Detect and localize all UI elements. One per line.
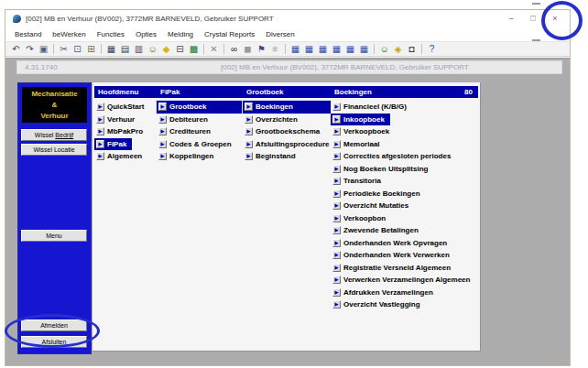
menu-item-overzichten[interactable]: ▶Overzichten [243, 114, 303, 126]
menu-bewerken[interactable]: beWerken [47, 28, 91, 41]
afsluiten-button[interactable]: Afsluiten [21, 336, 87, 348]
menu-item-label: Verwerken Verzamelingen Algemeen [343, 276, 470, 284]
record-first-icon[interactable]: ▦ [289, 42, 302, 56]
binoculars-icon[interactable]: ∞ [227, 42, 241, 56]
item-arrow-icon: ▶ [245, 140, 253, 148]
menu-bestand[interactable]: Bestand [9, 28, 47, 41]
menu-item-zwevende-betalingen[interactable]: ▶Zwevende Betalingen [331, 224, 424, 237]
menu-item-verkoopboek[interactable]: ▶Verkoopboek [331, 125, 395, 138]
menu-item-label: MbPakPro [107, 127, 143, 135]
title-bar: [002] MB en Verhuur (BV002), 3772MR BARN… [5, 10, 570, 27]
export-excel-icon[interactable]: ▩ [187, 42, 201, 56]
menu-column-grootboek: ▶Boekingen▶Overzichten▶Grootboekschema▶A… [243, 101, 331, 311]
menu-item-afdrukken-verzamelingen[interactable]: ▶Afdrukken Verzamelingen [331, 287, 439, 299]
column-header-label: Boekingen [334, 88, 372, 96]
menu-item-onderhanden-werk-verwerken[interactable]: ▶Onderhanden Werk Verwerken [331, 249, 455, 262]
menu-item-beginstand[interactable]: ▶Beginstand [243, 150, 301, 163]
menu-item-codes-groepen[interactable]: ▶Codes & Groepen [157, 138, 237, 151]
menu-button[interactable]: Menu [21, 230, 87, 242]
cut-icon[interactable]: ✂ [57, 42, 71, 56]
item-arrow-icon: ▶ [332, 152, 341, 160]
menu-diversen[interactable]: Diversen [260, 28, 300, 41]
company-name-box: Mechanisatie&Verhuur [22, 87, 87, 123]
menu-item-debiteuren[interactable]: ▶Debiteuren [157, 114, 213, 126]
menu-item-label: Verkoopbon [343, 214, 386, 222]
diamond-icon[interactable]: ◆ [159, 42, 173, 56]
window-icon[interactable]: ▣ [37, 42, 50, 56]
menu-item-grootboek[interactable]: ▶Grootboek [157, 101, 243, 114]
table-icon[interactable]: ▦ [104, 42, 118, 56]
menu-item-financieel-k-b-g[interactable]: ▶Financieel (K/B/G) [331, 101, 412, 114]
paste-icon[interactable]: ⊞ [84, 42, 98, 56]
toolbar-separator [53, 44, 54, 54]
print-icon[interactable]: ⊟ [173, 42, 187, 56]
menu-item-label: QuickStart [107, 103, 144, 111]
maximize-button[interactable]: □ [522, 10, 544, 27]
minimize-button[interactable]: – [500, 10, 522, 27]
flag-icon[interactable]: ⚑ [255, 42, 268, 56]
record-detail-icon[interactable]: ▦ [357, 42, 371, 56]
menu-item-verkoopbon[interactable]: ▶Verkoopbon [331, 212, 391, 225]
shield-icon[interactable]: ◈ [391, 42, 405, 56]
column-header-fipak: FiPak [157, 88, 243, 96]
wissel-locatie-button[interactable]: Wissel Locatie [21, 144, 87, 156]
menu-item-memoriaal[interactable]: ▶Memoriaal [331, 138, 386, 151]
help-icon[interactable]: ? [425, 42, 439, 56]
menu-item-boekingen[interactable]: ▶Boekingen [243, 101, 331, 114]
menu-item-grootboekschema[interactable]: ▶Grootboekschema [243, 125, 325, 138]
menu-item-fipak[interactable]: ▶FiPak [94, 138, 132, 151]
menu-item-onderhanden-werk-opvragen[interactable]: ▶Onderhanden Werk Opvragen [331, 237, 452, 250]
menu-item-label: Boekingen [256, 103, 293, 111]
camera-icon[interactable]: ◘ [405, 42, 419, 56]
redo-icon[interactable]: ↷ [23, 42, 37, 56]
menu-item-transitoria[interactable]: ▶Transitoria [331, 175, 387, 188]
menu-item-label: Algemeen [107, 152, 142, 160]
menu-item-overzicht-mutaties[interactable]: ▶Overzicht Mutaties [331, 200, 414, 212]
menu-item-afsluitingsprocedure[interactable]: ▶Afsluitingsprocedure [243, 138, 334, 151]
menu-item-overzicht-vastlegging[interactable]: ▶Overzicht Vastlegging [331, 298, 426, 311]
status-title: [002] MB en Verhuur (BV002), 3772MR BARN… [221, 63, 469, 71]
record-next-icon[interactable]: ▦ [316, 42, 330, 56]
record-last-icon[interactable]: ▦ [330, 42, 343, 56]
copy-icon[interactable]: ⊡ [71, 42, 84, 56]
levels-icon[interactable]: ≡ [268, 42, 282, 56]
menu-item-periodieke-boekingen[interactable]: ▶Periodieke Boekingen [331, 188, 426, 200]
menu-item-verhuur[interactable]: ▶Verhuur [94, 114, 140, 126]
menu-item-inkoopboek[interactable]: ▶Inkoopboek [331, 114, 390, 126]
record-prev-icon[interactable]: ▦ [302, 42, 316, 56]
item-arrow-icon: ▶ [158, 152, 167, 160]
delete-table-icon[interactable]: ▥ [132, 42, 146, 56]
menu-functies[interactable]: Functies [92, 28, 130, 41]
menu-item-quickstart[interactable]: ▶QuickStart [94, 101, 149, 114]
find-user-icon[interactable]: ☺ [146, 42, 159, 56]
item-arrow-icon: ▶ [245, 127, 253, 135]
table-properties-icon[interactable]: ▤ [118, 42, 132, 56]
wissel-bedrijf-button[interactable]: Wissel Bedrijf [21, 129, 87, 141]
menu-item-registratie-versneld-algemeen[interactable]: ▶Registratie Versneld Algemeen [331, 262, 456, 275]
menu-item-koppelingen[interactable]: ▶Koppelingen [157, 150, 219, 163]
menu-item-mbpakpro[interactable]: ▶MbPakPro [94, 125, 148, 138]
menu-crystal-reports[interactable]: Crystal Reports [199, 28, 260, 41]
menu-item-nog-boeken-uitsplitsing[interactable]: ▶Nog Boeken Uitsplitsing [331, 163, 433, 176]
item-arrow-icon: ▶ [332, 201, 341, 210]
company-name-line: & [22, 100, 87, 111]
stop-icon[interactable]: ◼ [241, 42, 255, 56]
menu-opties[interactable]: Opties [130, 28, 162, 41]
menu-item-algemeen[interactable]: ▶Algemeen [94, 150, 147, 163]
close-view-icon[interactable]: ✕ [207, 42, 221, 56]
menu-melding[interactable]: Melding [162, 28, 199, 41]
afmelden-button[interactable]: Afmelden [21, 319, 87, 331]
item-arrow-icon: ▶ [96, 115, 104, 124]
item-arrow-icon: ▶ [332, 226, 341, 234]
user-icon[interactable]: ☺ [377, 42, 391, 56]
menu-item-crediteuren[interactable]: ▶Crediteuren [157, 125, 216, 138]
menu-item-correcties-afgesloten-periodes[interactable]: ▶Correcties afgesloten periodes [331, 150, 456, 163]
artifact-dash-top [532, 3, 540, 5]
undo-icon[interactable]: ↶ [9, 42, 23, 56]
item-arrow-icon: ▶ [332, 177, 341, 185]
menu-item-label: Overzicht Mutaties [343, 201, 408, 210]
record-insert-icon[interactable]: ▦ [343, 42, 357, 56]
close-button[interactable]: × [544, 10, 566, 27]
toolbar-separator [101, 44, 102, 54]
menu-item-verwerken-verzamelingen-algemeen[interactable]: ▶Verwerken Verzamelingen Algemeen [331, 274, 475, 287]
